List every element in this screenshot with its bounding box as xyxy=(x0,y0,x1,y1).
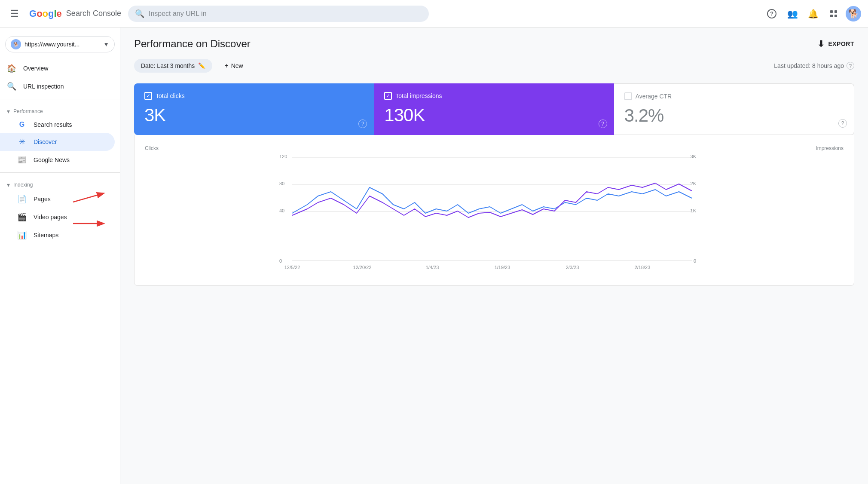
chart-wrapper: 120 80 40 0 3K 2K 1K 0 xyxy=(145,153,844,275)
svg-text:80: 80 xyxy=(279,181,284,186)
nav-divider xyxy=(0,99,120,99)
page-title: Performance on Discover xyxy=(134,38,251,50)
search-bar[interactable]: 🔍 xyxy=(128,6,429,22)
svg-text:0: 0 xyxy=(279,258,282,263)
metric-checkbox-clicks[interactable] xyxy=(144,92,152,100)
help-icon: ? xyxy=(767,9,776,18)
performance-chart: 120 80 40 0 3K 2K 1K 0 xyxy=(145,153,844,273)
svg-rect-3 xyxy=(834,15,837,17)
svg-text:2/18/23: 2/18/23 xyxy=(635,265,651,270)
metric-cards: Total clicks 3K ? Total impressions 130K… xyxy=(134,83,854,135)
sidebar-item-pages[interactable]: 📄 Pages xyxy=(0,190,115,208)
date-filter-button[interactable]: Date: Last 3 months ✏️ xyxy=(134,59,212,73)
manage-accounts-icon: 👥 xyxy=(787,9,798,19)
metric-card-average-ctr[interactable]: Average CTR 3.2% ? xyxy=(614,83,854,135)
sidebar-item-label: Discover xyxy=(34,138,57,145)
home-icon: 🏠 xyxy=(7,64,16,73)
last-updated-help-icon: ? xyxy=(847,62,854,70)
svg-text:40: 40 xyxy=(279,208,284,213)
last-updated-text: Last updated: 8 hours ago xyxy=(774,62,844,69)
chart-axes: Clicks Impressions xyxy=(145,145,844,151)
notifications-icon-btn[interactable]: 🔔 xyxy=(804,5,822,22)
user-avatar[interactable]: 🐕 xyxy=(846,6,861,21)
svg-text:12/5/22: 12/5/22 xyxy=(284,265,300,270)
metric-checkbox-ctr[interactable] xyxy=(624,92,632,100)
sidebar-item-search-results[interactable]: G Search results xyxy=(0,116,115,133)
filter-bar: Date: Last 3 months ✏️ + New Last update… xyxy=(134,58,854,73)
logo-product-name: Search Console xyxy=(66,9,121,18)
edit-icon: ✏️ xyxy=(198,62,205,69)
header-actions: ? 👥 🔔 🐕 xyxy=(763,5,861,22)
sidebar-item-google-news[interactable]: 📰 Google News xyxy=(0,151,115,169)
metric-card-total-clicks[interactable]: Total clicks 3K ? xyxy=(134,83,374,135)
y-axis-left-label: Clicks xyxy=(145,145,159,151)
sidebar-item-video-pages[interactable]: 🎬 Video pages xyxy=(0,208,115,226)
metric-value-ctr: 3.2% xyxy=(624,105,844,126)
property-url: https://www.yoursit... xyxy=(24,41,100,48)
indexing-section-label[interactable]: ▾ Indexing xyxy=(0,176,120,190)
y-axis-right-label: Impressions xyxy=(816,145,844,151)
export-download-icon: ⬇ xyxy=(817,39,825,49)
sidebar-item-overview[interactable]: 🏠 Overview xyxy=(0,59,115,77)
sidebar-item-url-inspection[interactable]: 🔍 URL inspection xyxy=(0,77,115,95)
svg-text:120: 120 xyxy=(279,154,287,159)
section-label-text: Performance xyxy=(13,108,43,114)
svg-rect-2 xyxy=(830,15,833,17)
svg-text:3K: 3K xyxy=(691,154,697,159)
svg-text:1/4/23: 1/4/23 xyxy=(426,265,439,270)
sidebar-item-label: Google News xyxy=(34,156,70,163)
svg-text:12/20/22: 12/20/22 xyxy=(353,265,372,270)
app-header: ☰ Google Search Console 🔍 ? 👥 🔔 🐕 xyxy=(0,0,868,28)
chevron-down-icon: ▼ xyxy=(103,41,109,48)
chevron-icon: ▾ xyxy=(7,108,10,115)
menu-icon[interactable]: ☰ xyxy=(7,5,22,23)
metric-checkbox-impressions[interactable] xyxy=(384,92,392,100)
search-input[interactable] xyxy=(149,10,422,18)
date-filter-label: Date: Last 3 months xyxy=(141,62,195,69)
performance-section-label[interactable]: ▾ Performance xyxy=(0,103,120,116)
sidebar-item-label: Sitemaps xyxy=(34,232,58,239)
metric-help-icon-impressions[interactable]: ? xyxy=(599,119,607,128)
new-filter-button[interactable]: + New xyxy=(219,58,248,73)
apps-icon-btn[interactable] xyxy=(825,5,842,22)
sidebar-item-sitemaps[interactable]: 📊 Sitemaps xyxy=(0,226,115,244)
news-icon: 📰 xyxy=(17,155,27,165)
metric-help-icon-clicks[interactable]: ? xyxy=(358,119,367,128)
discover-icon: ✳ xyxy=(17,137,27,147)
chevron-icon: ▾ xyxy=(7,181,10,188)
property-favicon: 🐕 xyxy=(11,39,21,49)
metric-value-clicks: 3K xyxy=(144,105,364,126)
sidebar-item-label: Pages xyxy=(34,196,51,202)
search-icon: 🔍 xyxy=(7,82,16,91)
svg-text:1K: 1K xyxy=(691,208,697,213)
property-selector[interactable]: 🐕 https://www.yoursit... ▼ xyxy=(5,36,115,52)
metric-label-text: Total impressions xyxy=(395,92,442,99)
sidebar-item-label: Search results xyxy=(34,121,72,128)
bell-icon: 🔔 xyxy=(808,9,819,19)
svg-text:1/19/23: 1/19/23 xyxy=(495,265,510,270)
metric-label-ctr: Average CTR xyxy=(624,92,844,100)
metric-card-total-impressions[interactable]: Total impressions 130K ? xyxy=(374,83,614,135)
sitemaps-icon: 📊 xyxy=(17,230,27,240)
grid-icon xyxy=(829,9,838,18)
main-content: Performance on Discover ⬇ EXPORT Date: L… xyxy=(120,28,868,484)
sidebar-item-label: URL inspection xyxy=(23,83,64,90)
export-button[interactable]: ⬇ EXPORT xyxy=(817,39,854,49)
export-label: EXPORT xyxy=(828,40,854,47)
last-updated: Last updated: 8 hours ago ? xyxy=(774,62,854,70)
accounts-icon-btn[interactable]: 👥 xyxy=(784,5,801,22)
google-g-icon: G xyxy=(17,121,27,129)
help-icon-btn[interactable]: ? xyxy=(763,5,780,22)
app-logo: Google Search Console xyxy=(29,8,121,19)
svg-text:2K: 2K xyxy=(691,181,697,186)
metric-help-icon-ctr[interactable]: ? xyxy=(838,119,847,128)
metric-label-text: Average CTR xyxy=(636,93,672,100)
page-header: Performance on Discover ⬇ EXPORT xyxy=(134,38,854,50)
svg-text:0: 0 xyxy=(694,258,696,263)
app-body: 🐕 https://www.yoursit... ▼ 🏠 Overview 🔍 … xyxy=(0,28,868,484)
chart-container: Clicks Impressions 120 80 40 0 3K 2K 1K … xyxy=(134,135,854,286)
sidebar-item-label: Overview xyxy=(23,65,48,72)
metric-label-text: Total clicks xyxy=(156,92,185,99)
sidebar-item-discover[interactable]: ✳ Discover xyxy=(0,133,115,151)
section-label-text: Indexing xyxy=(13,182,33,188)
